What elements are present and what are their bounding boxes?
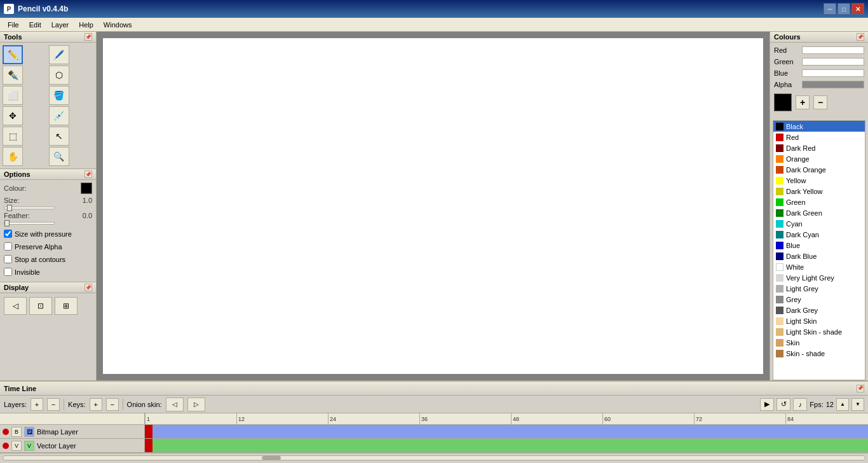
- colour-list[interactable]: BlackRedDark RedOrangeDark OrangeYellowD…: [773, 120, 865, 380]
- colour-list-item[interactable]: Dark Grey: [773, 305, 865, 315]
- colour-dot: [776, 209, 783, 217]
- colour-list-item[interactable]: Dark Yellow: [773, 186, 865, 197]
- display-fullscreen-button[interactable]: ⊞: [55, 297, 78, 315]
- display-fit-button[interactable]: ⊡: [29, 297, 52, 315]
- menu-windows[interactable]: Windows: [98, 18, 137, 31]
- colour-list-item[interactable]: Grey: [773, 294, 865, 305]
- preserve-alpha-checkbox[interactable]: [4, 242, 12, 251]
- size-slider-thumb[interactable]: [7, 205, 12, 211]
- display-prev-button[interactable]: ◁: [4, 297, 27, 315]
- colour-list-item[interactable]: Orange: [773, 153, 865, 164]
- remove-layer-button[interactable]: −: [47, 398, 60, 411]
- vector-layer-frames[interactable]: [145, 439, 868, 452]
- options-pin[interactable]: 📌: [85, 170, 92, 178]
- onion-prev-button[interactable]: ◁: [166, 397, 184, 411]
- invisible-checkbox[interactable]: [4, 268, 12, 276]
- menu-help[interactable]: Help: [74, 18, 98, 31]
- colour-list-item[interactable]: Dark Blue: [773, 251, 865, 261]
- tools-pin[interactable]: 📌: [85, 33, 92, 41]
- pencil-tool[interactable]: ✏️: [3, 45, 23, 64]
- options-panel: Options 📌 Colour: Size: 1.0: [0, 169, 96, 282]
- colour-list-item[interactable]: Yellow: [773, 175, 865, 186]
- timeline-scroll-track[interactable]: [3, 455, 865, 460]
- colour-list-item[interactable]: Light Skin: [773, 315, 865, 326]
- colour-list-item[interactable]: Light Skin - shade: [773, 326, 865, 337]
- pen-tool[interactable]: ✒️: [3, 66, 23, 85]
- bitmap-layer-visibility[interactable]: [3, 429, 9, 435]
- minimize-button[interactable]: ─: [824, 3, 836, 15]
- colour-list-item[interactable]: Light Grey: [773, 283, 865, 294]
- colour-list-item[interactable]: Blue: [773, 240, 865, 251]
- colour-list-item[interactable]: Skin - shade: [773, 348, 865, 359]
- move-tool[interactable]: ✥: [3, 106, 23, 125]
- alpha-slider[interactable]: [802, 81, 864, 88]
- canvas[interactable]: [103, 38, 763, 374]
- bitmap-layer-frames[interactable]: [145, 425, 868, 438]
- green-slider[interactable]: [802, 58, 864, 66]
- sound-button[interactable]: ♪: [793, 398, 807, 411]
- timeline-pin[interactable]: 📌: [857, 385, 864, 392]
- onion-next-button[interactable]: ▷: [187, 397, 205, 411]
- colour-swatch[interactable]: [81, 183, 92, 194]
- colour-list-item[interactable]: Very Light Grey: [773, 272, 865, 283]
- select-tool[interactable]: ⬚: [3, 127, 23, 146]
- colour-dot: [776, 328, 783, 336]
- remove-colour-button[interactable]: −: [813, 95, 827, 109]
- colour-list-item[interactable]: Cyan: [773, 218, 865, 229]
- display-panel: Display 📌 ◁ ⊡ ⊞: [0, 282, 96, 319]
- colours-pin[interactable]: 📌: [857, 33, 864, 41]
- colour-preview-swatch[interactable]: [774, 93, 792, 111]
- remove-key-button[interactable]: −: [106, 398, 119, 411]
- arrow-tool[interactable]: ↖: [49, 127, 69, 146]
- app-title: Pencil v0.4.4b: [18, 4, 68, 13]
- feather-value: 0.0: [73, 212, 92, 219]
- ink-tool[interactable]: 🖊️: [49, 45, 69, 64]
- add-colour-button[interactable]: +: [796, 95, 810, 109]
- stop-contours-checkbox[interactable]: [4, 255, 12, 263]
- colour-dot: [776, 252, 783, 260]
- colour-dot: [776, 339, 783, 347]
- colour-name: Orange: [786, 155, 810, 163]
- bucket-tool[interactable]: 🪣: [49, 86, 69, 105]
- loop-button[interactable]: ↺: [776, 398, 790, 411]
- size-pressure-checkbox[interactable]: [4, 230, 12, 238]
- zoom-tool[interactable]: 🔍: [49, 147, 69, 166]
- eraser-tool[interactable]: ⬜: [3, 86, 23, 105]
- vector-layer-visibility[interactable]: [3, 443, 9, 449]
- red-slider[interactable]: [802, 46, 864, 54]
- size-slider[interactable]: [4, 207, 55, 209]
- ruler-tick: 84: [785, 413, 794, 424]
- play-button[interactable]: ▶: [760, 398, 774, 411]
- timeline-scroll-thumb[interactable]: [262, 456, 281, 460]
- tools-panel: Tools 📌 ✏️ 🖊️ ✒️ ⬡ ⬜ 🪣 ✥ 💉 ⬚ ↖ ✋ 🔍: [0, 32, 97, 380]
- add-layer-button[interactable]: +: [31, 398, 43, 411]
- vector-layer-name[interactable]: Vector Layer: [37, 442, 142, 450]
- fps-down[interactable]: ▼: [851, 398, 864, 411]
- add-key-button[interactable]: +: [90, 398, 102, 411]
- feather-slider[interactable]: [4, 222, 55, 225]
- colour-list-item[interactable]: Dark Red: [773, 142, 865, 153]
- colour-list-item[interactable]: White: [773, 261, 865, 272]
- green-slider-row: Green: [774, 58, 864, 66]
- colour-list-item[interactable]: Dark Green: [773, 207, 865, 218]
- menu-edit[interactable]: Edit: [24, 18, 46, 31]
- colour-list-item[interactable]: Skin: [773, 337, 865, 348]
- polyline-tool[interactable]: ⬡: [49, 66, 69, 85]
- menu-layer[interactable]: Layer: [46, 18, 74, 31]
- bitmap-layer-name[interactable]: Bitmap Layer: [37, 428, 142, 436]
- hand-tool[interactable]: ✋: [3, 147, 23, 166]
- fps-up[interactable]: ▲: [836, 398, 849, 411]
- colour-list-item[interactable]: Red: [773, 132, 865, 142]
- colour-list-item[interactable]: Dark Cyan: [773, 229, 865, 240]
- display-pin[interactable]: 📌: [85, 284, 92, 291]
- eyedropper-tool[interactable]: 💉: [49, 106, 69, 125]
- colour-list-item[interactable]: Black: [773, 121, 865, 132]
- restore-button[interactable]: □: [837, 3, 850, 15]
- colour-list-item[interactable]: Green: [773, 197, 865, 207]
- colour-list-item[interactable]: Dark Orange: [773, 164, 865, 175]
- blue-slider[interactable]: [802, 69, 864, 77]
- colour-dot: [776, 317, 783, 325]
- menu-file[interactable]: File: [3, 18, 24, 31]
- close-button[interactable]: ✕: [851, 3, 864, 15]
- feather-slider-thumb[interactable]: [4, 220, 10, 226]
